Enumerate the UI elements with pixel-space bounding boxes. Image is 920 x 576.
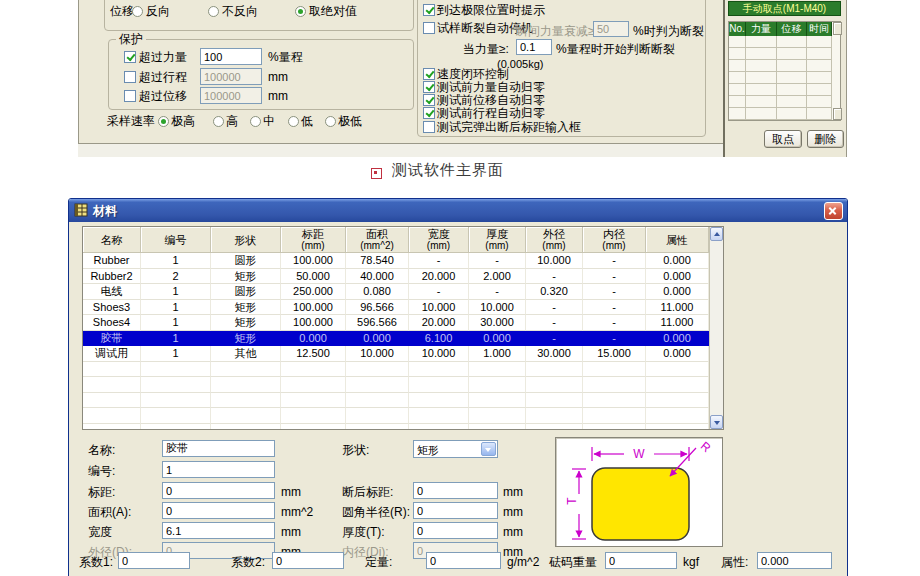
table-cell	[346, 362, 409, 378]
manual-points-panel: 手动取点(M1-M40) No.力量位移时间 取点 删除	[723, 0, 847, 157]
chevron-down-icon[interactable]	[481, 442, 496, 456]
over-stroke-input[interactable]	[200, 68, 262, 85]
points-scroll-down-button[interactable]	[833, 108, 842, 120]
table-cell: 2.000	[469, 269, 526, 285]
points-table-header-row: No.力量位移时间	[729, 22, 840, 36]
radio-no-reverse[interactable]	[208, 6, 219, 17]
table-row[interactable]: Shoes41矩形100.000596.56620.00030.000--11.…	[83, 315, 723, 331]
points-row-empty	[729, 48, 840, 60]
weight-input[interactable]	[605, 552, 677, 569]
column-header[interactable]: 标距(mm)	[281, 227, 346, 253]
property-input[interactable]	[757, 552, 832, 569]
radio-rate-mid[interactable]	[250, 116, 261, 127]
table-row[interactable]: 调试用1其他12.50010.00010.0001.00030.00015.00…	[83, 346, 723, 362]
grammage-input[interactable]	[426, 552, 501, 569]
speed-loop-checkbox[interactable]	[423, 68, 435, 80]
radio-rate-low[interactable]	[288, 116, 299, 127]
coef2-label: 系数2:	[231, 555, 265, 569]
over-force-input[interactable]	[200, 48, 262, 65]
column-header[interactable]: 外径(mm)	[526, 227, 583, 253]
radio-rate-highest[interactable]	[158, 116, 169, 127]
grammage-label: 定量:	[365, 555, 392, 569]
table-cell: 0.000	[646, 346, 709, 362]
table-row[interactable]: Shoes31矩形100.00096.56610.00010.000--11.0…	[83, 300, 723, 316]
points-row-empty	[729, 36, 840, 48]
popup-gauge-checkbox[interactable]	[423, 121, 435, 133]
radio-reverse[interactable]	[132, 6, 143, 17]
over-stroke-checkbox[interactable]	[124, 71, 136, 83]
table-cell	[409, 408, 469, 424]
column-header[interactable]: 名称	[83, 227, 141, 253]
shape-diagram: W T R	[555, 437, 723, 547]
speed-loop-label: 速度闭环控制	[437, 67, 509, 81]
over-disp-input[interactable]	[200, 87, 262, 104]
table-cell: 0.000	[646, 331, 709, 347]
table-row[interactable]: 电线1圆形250.0000.080--0.320-0.000	[83, 284, 723, 300]
table-cell: 0.000	[646, 269, 709, 285]
column-header[interactable]: 宽度(mm)	[409, 227, 469, 253]
radio-absolute[interactable]	[295, 6, 306, 17]
points-row-empty	[729, 84, 840, 96]
radio-rate-lowest[interactable]	[325, 116, 336, 127]
scroll-up-button[interactable]	[710, 227, 723, 241]
table-cell: -	[526, 300, 583, 316]
column-header[interactable]: 属性	[646, 227, 709, 253]
break-gauge-input[interactable]	[413, 482, 498, 499]
zero-force-checkbox[interactable]	[423, 81, 435, 93]
coef2-input[interactable]	[272, 552, 344, 569]
points-column-header: 位移	[777, 22, 807, 36]
corner-radius-input[interactable]	[413, 502, 498, 519]
over-disp-checkbox[interactable]	[124, 90, 136, 102]
coef1-input[interactable]	[118, 552, 190, 569]
points-scroll-up-button[interactable]	[833, 22, 842, 35]
over-force-checkbox[interactable]	[124, 51, 136, 63]
table-row[interactable]: 胶带1矩形0.0000.0006.1000.000--0.000	[83, 331, 723, 347]
radio-rate-high[interactable]	[213, 116, 224, 127]
width-label: 宽度	[88, 525, 112, 539]
scroll-down-button[interactable]	[710, 415, 723, 429]
pick-point-button[interactable]: 取点	[764, 130, 802, 148]
table-cell: 胶带	[83, 331, 141, 347]
points-cell	[729, 48, 746, 60]
gauge-input[interactable]	[162, 482, 275, 499]
table-cell: 1	[141, 300, 211, 316]
shape-select[interactable]: 矩形	[413, 440, 498, 458]
force-judge-input[interactable]	[516, 39, 552, 55]
number-input[interactable]	[162, 461, 275, 478]
table-row[interactable]: Rubber1圆形100.00078.540--10.000-0.000	[83, 253, 723, 269]
area-input[interactable]	[162, 502, 275, 519]
column-header[interactable]: 面积(mm^2)	[346, 227, 409, 253]
table-row[interactable]: Rubber22矩形50.00040.00020.0002.000--0.000	[83, 269, 723, 285]
materials-table-scrollbar[interactable]	[709, 227, 723, 429]
dialog-titlebar[interactable]: 材料	[69, 199, 847, 222]
table-cell: 矩形	[211, 331, 281, 347]
limit-prompt-checkbox[interactable]	[423, 4, 435, 16]
table-cell: Shoes4	[83, 315, 141, 331]
delete-point-button[interactable]: 删除	[807, 130, 844, 148]
width-input[interactable]	[162, 522, 275, 539]
zero-disp-checkbox[interactable]	[423, 94, 435, 106]
table-cell	[211, 424, 281, 431]
table-cell: -	[469, 284, 526, 300]
column-header[interactable]: 内径(mm)	[583, 227, 646, 253]
points-cell	[807, 60, 832, 72]
table-cell: -	[583, 315, 646, 331]
table-cell: -	[526, 269, 583, 285]
table-cell	[646, 362, 709, 378]
table-cell	[281, 424, 346, 431]
zero-stroke-checkbox[interactable]	[423, 107, 435, 119]
table-cell	[646, 408, 709, 424]
thickness-input[interactable]	[413, 522, 498, 539]
column-header[interactable]: 厚度(mm)	[469, 227, 526, 253]
table-cell: 0.320	[526, 284, 583, 300]
name-input[interactable]	[162, 440, 275, 457]
column-header[interactable]: 编号	[141, 227, 211, 253]
break-stop-checkbox[interactable]	[423, 22, 435, 34]
break-cond-input[interactable]	[593, 21, 629, 37]
close-icon[interactable]	[824, 202, 843, 220]
radio-rate-highest-label: 极高	[171, 114, 195, 128]
materials-icon	[74, 203, 88, 217]
column-header[interactable]: 形状	[211, 227, 281, 253]
table-cell: -	[469, 253, 526, 269]
table-cell	[526, 408, 583, 424]
